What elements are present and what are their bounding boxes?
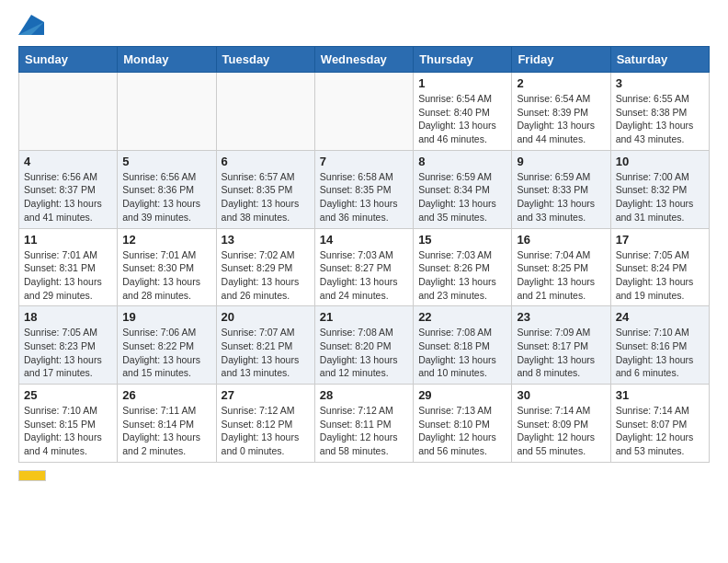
- day-info: Sunrise: 6:57 AM Sunset: 8:35 PM Dayligh…: [222, 170, 310, 224]
- calendar-cell: 28Sunrise: 7:12 AM Sunset: 8:11 PM Dayli…: [314, 385, 413, 463]
- day-number: 24: [616, 310, 704, 324]
- day-info: Sunrise: 7:05 AM Sunset: 8:23 PM Dayligh…: [24, 326, 112, 380]
- logo: [18, 15, 48, 35]
- day-info: Sunrise: 7:12 AM Sunset: 8:12 PM Dayligh…: [222, 404, 310, 458]
- calendar-cell: 27Sunrise: 7:12 AM Sunset: 8:12 PM Dayli…: [216, 385, 314, 463]
- day-info: Sunrise: 7:09 AM Sunset: 8:17 PM Dayligh…: [517, 326, 605, 380]
- day-number: 1: [418, 76, 506, 90]
- calendar-cell: 10Sunrise: 7:00 AM Sunset: 8:32 PM Dayli…: [610, 150, 709, 228]
- day-number: 4: [24, 155, 112, 168]
- day-info: Sunrise: 7:03 AM Sunset: 8:27 PM Dayligh…: [320, 248, 408, 303]
- day-info: Sunrise: 7:01 AM Sunset: 8:31 PM Dayligh…: [24, 248, 112, 303]
- day-number: 20: [222, 310, 310, 324]
- day-info: Sunrise: 7:01 AM Sunset: 8:30 PM Dayligh…: [122, 248, 210, 303]
- calendar-cell: 22Sunrise: 7:08 AM Sunset: 8:18 PM Dayli…: [414, 306, 512, 385]
- day-info: Sunrise: 6:55 AM Sunset: 8:38 PM Dayligh…: [616, 92, 704, 146]
- calendar-cell: 13Sunrise: 7:02 AM Sunset: 8:29 PM Dayli…: [216, 228, 314, 306]
- calendar-cell: 20Sunrise: 7:07 AM Sunset: 8:21 PM Dayli…: [216, 306, 314, 385]
- day-info: Sunrise: 7:08 AM Sunset: 8:18 PM Dayligh…: [418, 326, 506, 380]
- calendar-header-row: SundayMondayTuesdayWednesdayThursdayFrid…: [19, 47, 710, 73]
- calendar-cell: 3Sunrise: 6:55 AM Sunset: 8:38 PM Daylig…: [610, 73, 709, 151]
- calendar-cell: 29Sunrise: 7:13 AM Sunset: 8:10 PM Dayli…: [414, 385, 512, 463]
- calendar-week-row: 1Sunrise: 6:54 AM Sunset: 8:40 PM Daylig…: [19, 73, 710, 151]
- calendar-cell: 26Sunrise: 7:11 AM Sunset: 8:14 PM Dayli…: [118, 385, 216, 463]
- calendar-cell: [314, 73, 413, 151]
- day-number: 16: [517, 233, 605, 247]
- day-number: 21: [320, 310, 408, 324]
- day-number: 15: [418, 233, 506, 247]
- daylight-bar-icon: [18, 470, 46, 481]
- calendar: SundayMondayTuesdayWednesdayThursdayFrid…: [18, 46, 710, 463]
- calendar-cell: 6Sunrise: 6:57 AM Sunset: 8:35 PM Daylig…: [216, 150, 314, 228]
- day-info: Sunrise: 7:06 AM Sunset: 8:22 PM Dayligh…: [122, 326, 210, 380]
- day-info: Sunrise: 7:08 AM Sunset: 8:20 PM Dayligh…: [320, 326, 408, 380]
- calendar-cell: 7Sunrise: 6:58 AM Sunset: 8:35 PM Daylig…: [314, 150, 413, 228]
- calendar-cell: 23Sunrise: 7:09 AM Sunset: 8:17 PM Dayli…: [512, 306, 610, 385]
- day-number: 25: [24, 388, 112, 402]
- day-number: 22: [418, 310, 506, 324]
- day-number: 13: [222, 233, 310, 247]
- day-info: Sunrise: 7:14 AM Sunset: 8:09 PM Dayligh…: [517, 404, 605, 458]
- day-info: Sunrise: 7:07 AM Sunset: 8:21 PM Dayligh…: [222, 326, 310, 380]
- calendar-cell: [118, 73, 216, 151]
- calendar-cell: 9Sunrise: 6:59 AM Sunset: 8:33 PM Daylig…: [512, 150, 610, 228]
- day-number: 11: [24, 233, 112, 247]
- day-info: Sunrise: 7:10 AM Sunset: 8:16 PM Dayligh…: [616, 326, 704, 380]
- footer: [18, 470, 710, 481]
- day-number: 23: [517, 310, 605, 324]
- day-number: 31: [616, 388, 704, 402]
- day-number: 30: [517, 388, 605, 402]
- day-number: 5: [122, 155, 210, 168]
- day-info: Sunrise: 7:10 AM Sunset: 8:15 PM Dayligh…: [24, 404, 112, 458]
- calendar-cell: 14Sunrise: 7:03 AM Sunset: 8:27 PM Dayli…: [314, 228, 413, 306]
- day-number: 28: [320, 388, 408, 402]
- calendar-week-row: 11Sunrise: 7:01 AM Sunset: 8:31 PM Dayli…: [19, 228, 710, 306]
- day-info: Sunrise: 7:03 AM Sunset: 8:26 PM Dayligh…: [418, 248, 506, 303]
- day-number: 14: [320, 233, 408, 247]
- day-number: 12: [122, 233, 210, 247]
- day-number: 29: [418, 388, 506, 402]
- day-info: Sunrise: 6:56 AM Sunset: 8:37 PM Dayligh…: [24, 170, 112, 224]
- calendar-week-row: 18Sunrise: 7:05 AM Sunset: 8:23 PM Dayli…: [19, 306, 710, 385]
- calendar-header-friday: Friday: [512, 47, 610, 73]
- day-info: Sunrise: 7:04 AM Sunset: 8:25 PM Dayligh…: [517, 248, 605, 303]
- day-info: Sunrise: 6:58 AM Sunset: 8:35 PM Dayligh…: [320, 170, 408, 224]
- day-info: Sunrise: 7:11 AM Sunset: 8:14 PM Dayligh…: [122, 404, 210, 458]
- logo-icon: [18, 15, 44, 35]
- day-info: Sunrise: 7:05 AM Sunset: 8:24 PM Dayligh…: [616, 248, 704, 303]
- calendar-header-saturday: Saturday: [610, 47, 709, 73]
- calendar-cell: 4Sunrise: 6:56 AM Sunset: 8:37 PM Daylig…: [19, 150, 118, 228]
- calendar-cell: 18Sunrise: 7:05 AM Sunset: 8:23 PM Dayli…: [19, 306, 118, 385]
- calendar-cell: 24Sunrise: 7:10 AM Sunset: 8:16 PM Dayli…: [610, 306, 709, 385]
- day-info: Sunrise: 6:54 AM Sunset: 8:39 PM Dayligh…: [517, 92, 605, 146]
- calendar-cell: 16Sunrise: 7:04 AM Sunset: 8:25 PM Dayli…: [512, 228, 610, 306]
- calendar-cell: 8Sunrise: 6:59 AM Sunset: 8:34 PM Daylig…: [414, 150, 512, 228]
- calendar-week-row: 25Sunrise: 7:10 AM Sunset: 8:15 PM Dayli…: [19, 385, 710, 463]
- calendar-cell: 21Sunrise: 7:08 AM Sunset: 8:20 PM Dayli…: [314, 306, 413, 385]
- day-info: Sunrise: 6:59 AM Sunset: 8:33 PM Dayligh…: [517, 170, 605, 224]
- day-number: 19: [122, 310, 210, 324]
- day-number: 26: [122, 388, 210, 402]
- calendar-cell: 11Sunrise: 7:01 AM Sunset: 8:31 PM Dayli…: [19, 228, 118, 306]
- day-info: Sunrise: 7:00 AM Sunset: 8:32 PM Dayligh…: [616, 170, 704, 224]
- day-number: 10: [616, 155, 704, 168]
- calendar-cell: 5Sunrise: 6:56 AM Sunset: 8:36 PM Daylig…: [118, 150, 216, 228]
- calendar-header-thursday: Thursday: [414, 47, 512, 73]
- calendar-cell: 17Sunrise: 7:05 AM Sunset: 8:24 PM Dayli…: [610, 228, 709, 306]
- day-number: 3: [616, 76, 704, 90]
- day-info: Sunrise: 6:54 AM Sunset: 8:40 PM Dayligh…: [418, 92, 506, 146]
- calendar-cell: 1Sunrise: 6:54 AM Sunset: 8:40 PM Daylig…: [414, 73, 512, 151]
- day-number: 8: [418, 155, 506, 168]
- calendar-cell: 15Sunrise: 7:03 AM Sunset: 8:26 PM Dayli…: [414, 228, 512, 306]
- day-info: Sunrise: 7:12 AM Sunset: 8:11 PM Dayligh…: [320, 404, 408, 458]
- day-number: 27: [222, 388, 310, 402]
- calendar-cell: 2Sunrise: 6:54 AM Sunset: 8:39 PM Daylig…: [512, 73, 610, 151]
- calendar-cell: [216, 73, 314, 151]
- calendar-cell: [19, 73, 118, 151]
- day-number: 18: [24, 310, 112, 324]
- calendar-header-tuesday: Tuesday: [216, 47, 314, 73]
- day-number: 6: [222, 155, 310, 168]
- calendar-cell: 31Sunrise: 7:14 AM Sunset: 8:07 PM Dayli…: [610, 385, 709, 463]
- day-info: Sunrise: 7:14 AM Sunset: 8:07 PM Dayligh…: [616, 404, 704, 458]
- calendar-header-wednesday: Wednesday: [314, 47, 413, 73]
